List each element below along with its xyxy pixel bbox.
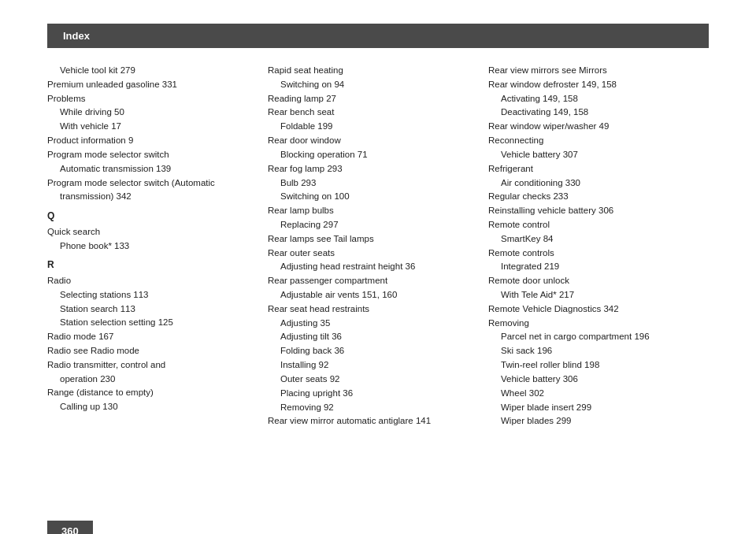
list-item: Installing 92: [268, 358, 480, 373]
list-item: Rear fog lamp 293: [268, 162, 480, 176]
list-item: Rear lamp bulbs: [268, 204, 480, 218]
list-item: Rear window wiper/washer 49: [488, 120, 701, 134]
list-item: With Tele Aid* 217: [488, 288, 701, 302]
list-item: Wheel 302: [488, 387, 701, 401]
list-item: Rear view mirrors see Mirrors: [488, 64, 701, 78]
list-item: Twin-reel roller blind 198: [488, 358, 701, 373]
list-item: Program mode selector switch: [47, 148, 260, 162]
list-item: Switching on 94: [268, 78, 480, 92]
list-item: operation 230: [47, 373, 260, 387]
list-item: Vehicle battery 307: [488, 148, 701, 162]
list-item: Rear view mirror automatic antiglare 141: [268, 414, 480, 428]
list-item: Calling up 130: [47, 400, 260, 414]
list-item: Activating 149, 158: [488, 92, 701, 106]
list-item: Reinstalling vehicle battery 306: [488, 204, 701, 218]
list-item: Remote door unlock: [488, 274, 701, 288]
list-item: Quick search: [47, 225, 260, 239]
list-item: Adjusting 35: [268, 317, 480, 331]
list-item: Rear outer seats: [268, 247, 480, 261]
list-item: Rapid seat heating: [268, 64, 480, 78]
list-item: Radio: [47, 274, 260, 288]
list-item: Regular checks 233: [488, 190, 701, 204]
list-item: Parcel net in cargo compartment 196: [488, 330, 701, 344]
list-item: Station search 113: [47, 302, 260, 317]
list-item: Placing upright 36: [268, 387, 480, 401]
list-item: Selecting stations 113: [47, 288, 260, 302]
list-item: Switching on 100: [268, 190, 480, 204]
index-column-2: Rapid seat heatingSwitching on 94Reading…: [268, 64, 488, 428]
list-item: Adjustable air vents 151, 160: [268, 288, 480, 302]
list-item: Rear seat head restraints: [268, 302, 480, 317]
list-item: Program mode selector switch (Automatic: [47, 176, 260, 191]
list-item: Reading lamp 27: [268, 92, 480, 106]
list-item: Wiper blade insert 299: [488, 401, 701, 415]
list-item: Product information 9: [47, 134, 260, 148]
list-item: Radio see Radio mode: [47, 344, 260, 358]
list-item: Problems: [47, 92, 260, 106]
list-item: Foldable 199: [268, 120, 480, 134]
list-item: Range (distance to empty): [47, 386, 260, 400]
list-item: Removing 92: [268, 401, 480, 415]
list-item: R: [47, 258, 260, 273]
footer-page-number: 360: [47, 521, 93, 534]
list-item: Q: [47, 209, 260, 224]
list-item: Ski sack 196: [488, 344, 701, 358]
list-item: Integrated 219: [488, 260, 701, 274]
index-column-1: Vehicle tool kit 279Premium unleaded gas…: [47, 64, 268, 428]
list-item: SmartKey 84: [488, 232, 701, 247]
list-item: Refrigerant: [488, 162, 701, 176]
list-item: Rear door window: [268, 134, 480, 148]
content-area: Vehicle tool kit 279Premium unleaded gas…: [47, 64, 709, 428]
list-item: Rear passenger compartment: [268, 274, 480, 288]
list-item: Reconnecting: [488, 134, 701, 148]
list-item: Vehicle tool kit 279: [47, 64, 260, 78]
header-title: Index: [63, 30, 90, 42]
list-item: Replacing 297: [268, 218, 480, 232]
list-item: With vehicle 17: [47, 120, 260, 134]
list-item: Station selection setting 125: [47, 316, 260, 330]
list-item: Automatic transmission 139: [47, 162, 260, 176]
list-item: Vehicle battery 306: [488, 373, 701, 387]
list-item: Wiper blades 299: [488, 414, 701, 428]
list-item: While driving 50: [47, 106, 260, 120]
list-item: Phone book* 133: [47, 239, 260, 254]
list-item: Adjusting tilt 36: [268, 330, 480, 344]
index-header: Index: [47, 24, 709, 48]
list-item: Radio transmitter, control and: [47, 358, 260, 373]
list-item: Remote Vehicle Diagnostics 342: [488, 302, 701, 317]
list-item: Rear window defroster 149, 158: [488, 78, 701, 92]
list-item: Remote controls: [488, 247, 701, 261]
list-item: Folding back 36: [268, 344, 480, 358]
list-item: Premium unleaded gasoline 331: [47, 78, 260, 92]
list-item: Adjusting head restraint height 36: [268, 260, 480, 274]
list-item: Remote control: [488, 218, 701, 232]
list-item: Blocking operation 71: [268, 148, 480, 162]
list-item: Rear lamps see Tail lamps: [268, 232, 480, 247]
list-item: Rear bench seat: [268, 106, 480, 120]
list-item: Deactivating 149, 158: [488, 106, 701, 120]
list-item: Outer seats 92: [268, 373, 480, 387]
list-item: transmission) 342: [47, 190, 260, 204]
list-item: Air conditioning 330: [488, 176, 701, 191]
list-item: Bulb 293: [268, 176, 480, 191]
list-item: Radio mode 167: [47, 330, 260, 344]
page-container: Index Vehicle tool kit 279Premium unlead…: [0, 24, 756, 534]
list-item: Removing: [488, 317, 701, 331]
index-column-3: Rear view mirrors see MirrorsRear window…: [488, 64, 709, 428]
